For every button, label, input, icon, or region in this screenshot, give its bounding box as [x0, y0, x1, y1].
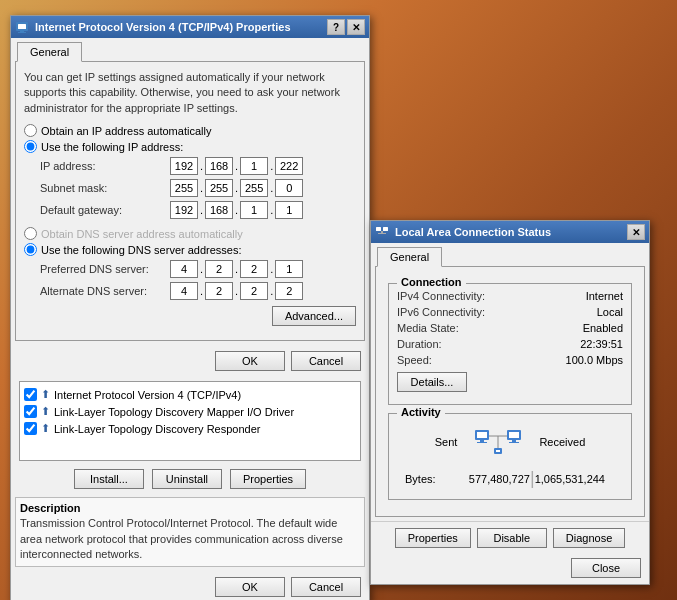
ip-octet-3[interactable]	[240, 157, 268, 175]
speed-value: 100.0 Mbps	[566, 354, 623, 366]
status-diagnose-button[interactable]: Diagnose	[553, 528, 625, 548]
pdns-octet-3[interactable]	[240, 260, 268, 278]
subnet-octet-2[interactable]	[205, 179, 233, 197]
uninstall-button[interactable]: Uninstall	[152, 469, 222, 489]
ipv4-value: Internet	[586, 290, 623, 302]
svg-rect-11	[477, 442, 487, 443]
radio-manual-dns-row: Use the following DNS server addresses:	[24, 243, 356, 256]
tcpip-tab-bar: General	[11, 38, 369, 61]
radio-auto-ip-row: Obtain an IP address automatically	[24, 124, 356, 137]
checkbox-tcpipv4-icon: ⬆	[41, 388, 50, 401]
tcpip-title-bar[interactable]: Internet Protocol Version 4 (TCP/IPv4) P…	[11, 16, 369, 38]
subnet-octet-3[interactable]	[240, 179, 268, 197]
status-properties-button[interactable]: Properties	[395, 528, 471, 548]
checkbox-llmnr-label: Link-Layer Topology Discovery Mapper I/O…	[54, 406, 294, 418]
status-title-text: Local Area Connection Status	[395, 226, 551, 238]
tcpip-cancel-button[interactable]: Cancel	[291, 351, 361, 371]
radio-manual-ip-label[interactable]: Use the following IP address:	[41, 141, 183, 153]
gateway-octet-2[interactable]	[205, 201, 233, 219]
gateway-octet-3[interactable]	[240, 201, 268, 219]
status-close-button[interactable]: ✕	[627, 224, 645, 240]
tcpip-cancel-button-2[interactable]: Cancel	[291, 577, 361, 597]
install-button[interactable]: Install...	[74, 469, 144, 489]
alternate-dns-label: Alternate DNS server:	[40, 285, 170, 297]
gateway-octet-4[interactable]	[275, 201, 303, 219]
tcpip-title-buttons: ? ✕	[327, 19, 365, 35]
svg-rect-14	[512, 440, 516, 442]
install-buttons-row: Install... Uninstall Properties	[11, 465, 369, 493]
ip-address-label: IP address:	[40, 160, 170, 172]
ip-address-field: . . .	[170, 157, 303, 175]
adns-octet-3[interactable]	[240, 282, 268, 300]
ip-octet-2[interactable]	[205, 157, 233, 175]
network-icon	[473, 426, 523, 458]
status-title-icon	[375, 224, 391, 240]
tcpip-title-text: Internet Protocol Version 4 (TCP/IPv4) P…	[35, 21, 291, 33]
received-label: Received	[539, 436, 585, 448]
checkbox-lltdr-input[interactable]	[24, 422, 37, 435]
connection-group: Connection IPv4 Connectivity: Internet I…	[388, 283, 632, 405]
adns-octet-4[interactable]	[275, 282, 303, 300]
status-tab-general[interactable]: General	[377, 247, 442, 267]
subnet-octet-1[interactable]	[170, 179, 198, 197]
svg-rect-19	[496, 450, 500, 452]
connection-group-label: Connection	[397, 276, 466, 288]
bytes-received-value: 1,065,531,244	[535, 473, 615, 485]
details-btn-row: Details...	[397, 368, 623, 396]
radio-manual-ip-row: Use the following IP address:	[24, 140, 356, 153]
status-title-buttons: ✕	[627, 224, 645, 240]
checkbox-lltdr-label: Link-Layer Topology Discovery Responder	[54, 423, 260, 435]
radio-manual-dns[interactable]	[24, 243, 37, 256]
checkbox-lltdr-icon: ⬆	[41, 422, 50, 435]
activity-group: Activity Sent	[388, 413, 632, 500]
svg-rect-1	[18, 24, 26, 29]
radio-auto-dns-label[interactable]: Obtain DNS server address automatically	[41, 228, 243, 240]
tcpip-tab-content: You can get IP settings assigned automat…	[15, 61, 365, 341]
gateway-octet-1[interactable]	[170, 201, 198, 219]
ipv6-label: IPv6 Connectivity:	[397, 306, 485, 318]
radio-manual-dns-label[interactable]: Use the following DNS server addresses:	[41, 244, 242, 256]
adns-octet-2[interactable]	[205, 282, 233, 300]
tcpip-help-button[interactable]: ?	[327, 19, 345, 35]
pdns-octet-4[interactable]	[275, 260, 303, 278]
tab-general[interactable]: General	[17, 42, 82, 62]
received-col: Received	[539, 436, 585, 448]
radio-manual-ip[interactable]	[24, 140, 37, 153]
advanced-button[interactable]: Advanced...	[272, 306, 356, 326]
ipv4-row: IPv4 Connectivity: Internet	[397, 288, 623, 304]
sent-col: Sent	[435, 436, 458, 448]
media-state-row: Media State: Enabled	[397, 320, 623, 336]
adns-octet-1[interactable]	[170, 282, 198, 300]
radio-auto-dns[interactable]	[24, 227, 37, 240]
radio-auto-ip-label[interactable]: Obtain an IP address automatically	[41, 125, 211, 137]
svg-rect-13	[509, 432, 519, 438]
status-dialog: Local Area Connection Status ✕ General C…	[370, 220, 650, 585]
preferred-dns-label: Preferred DNS server:	[40, 263, 170, 275]
tcpip-ok-button-2[interactable]: OK	[215, 577, 285, 597]
checkbox-tcpipv4-input[interactable]	[24, 388, 37, 401]
duration-row: Duration: 22:39:51	[397, 336, 623, 352]
radio-auto-dns-row: Obtain DNS server address automatically	[24, 227, 356, 240]
checkbox-tcpipv4: ⬆ Internet Protocol Version 4 (TCP/IPv4)	[24, 386, 356, 403]
components-panel: ⬆ Internet Protocol Version 4 (TCP/IPv4)…	[19, 381, 361, 461]
pdns-octet-2[interactable]	[205, 260, 233, 278]
ip-octet-1[interactable]	[170, 157, 198, 175]
alternate-dns-field: . . .	[170, 282, 303, 300]
media-state-label: Media State:	[397, 322, 459, 334]
status-close-btn[interactable]: Close	[571, 558, 641, 578]
checkbox-llmnr-input[interactable]	[24, 405, 37, 418]
bytes-sent-value: 577,480,727	[439, 473, 530, 485]
pdns-octet-1[interactable]	[170, 260, 198, 278]
ip-octet-4[interactable]	[275, 157, 303, 175]
radio-auto-ip[interactable]	[24, 124, 37, 137]
tcpip-bottom-btn-row: OK Cancel	[11, 571, 369, 600]
tcpip-close-button[interactable]: ✕	[347, 19, 365, 35]
gateway-label: Default gateway:	[40, 204, 170, 216]
properties-button-lower[interactable]: Properties	[230, 469, 306, 489]
subnet-octet-4[interactable]	[275, 179, 303, 197]
status-title-bar[interactable]: Local Area Connection Status ✕	[371, 221, 649, 243]
tcpip-ok-button[interactable]: OK	[215, 351, 285, 371]
status-disable-button[interactable]: Disable	[477, 528, 547, 548]
network-computers-icon	[473, 426, 523, 458]
details-button[interactable]: Details...	[397, 372, 467, 392]
